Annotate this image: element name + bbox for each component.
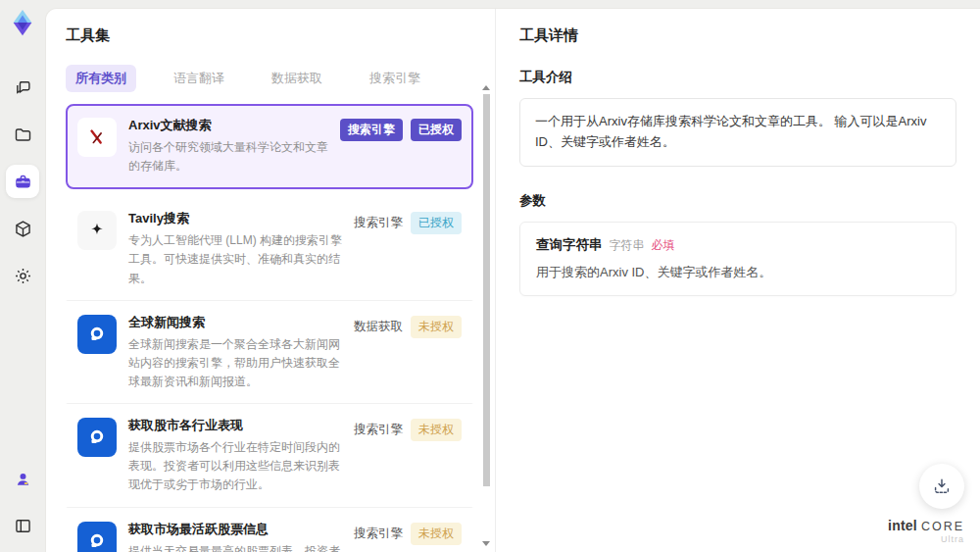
arxiv-icon: [77, 118, 117, 157]
param-type: 字符串: [610, 237, 645, 254]
param-card: 查询字符串 字符串 必填 用于搜索的Arxiv ID、关键字或作者姓名。: [519, 222, 956, 296]
tool-name: Tavily搜索: [128, 211, 344, 227]
tool-detail-panel: 工具详情 工具介绍 一个用于从Arxiv存储库搜索科学论文和文章的工具。 输入可…: [495, 9, 980, 552]
chat-icon[interactable]: [6, 71, 39, 104]
tool-card-sector-performance[interactable]: 获取股市各行业表现 提供股票市场各个行业在特定时间段内的表现。投资者可以利用这些…: [66, 404, 473, 507]
auth-badge: 未授权: [411, 523, 462, 545]
tab-data-fetch[interactable]: 数据获取: [262, 65, 332, 92]
settings-icon[interactable]: [6, 259, 39, 292]
param-required-flag: 必填: [652, 237, 675, 254]
tool-desc: 提供当天交易量最高的股票列表。投资者可以利用这些信息来识别流动性强的股票和潜在的…: [128, 542, 344, 552]
auth-badge: 未授权: [411, 419, 462, 441]
news-q-icon: [77, 522, 117, 552]
tool-card-global-news[interactable]: 全球新闻搜索 全球新闻搜索是一个聚合全球各大新闻网站内容的搜索引擎，帮助用户快速…: [66, 301, 473, 404]
left-rail: [0, 0, 45, 552]
tool-name: 获取股市各行业表现: [128, 418, 344, 434]
avatar-icon[interactable]: [6, 462, 39, 495]
page-title: 工具集: [66, 26, 495, 45]
tool-list-panel: 工具集 所有类别 语言翻译 数据获取 搜索引擎 Arxiv文献搜索 访问各个研究…: [46, 9, 495, 552]
tool-card-tavily[interactable]: Tavily搜索 专为人工智能代理 (LLM) 构建的搜索引擎工具。可快速提供实…: [66, 197, 473, 300]
tool-name: 获取市场最活跃股票信息: [128, 522, 344, 538]
category-badge: 搜索引擎: [340, 119, 403, 141]
news-q-icon: [77, 418, 117, 457]
intel-core-logo: intel CORE Ultra: [888, 519, 964, 545]
download-button[interactable]: [919, 464, 964, 509]
folder-icon[interactable]: [6, 118, 39, 151]
tool-desc: 提供股票市场各个行业在特定时间段内的表现。投资者可以利用这些信息来识别表现优于或…: [128, 438, 344, 495]
auth-badge: 已授权: [411, 119, 462, 141]
param-name: 查询字符串: [536, 236, 603, 254]
news-q-icon: [77, 315, 117, 354]
param-desc: 用于搜索的Arxiv ID、关键字或作者姓名。: [536, 264, 940, 281]
sparkle-icon: [77, 211, 117, 250]
category-label: 搜索引擎: [354, 419, 403, 441]
category-tabs: 所有类别 语言翻译 数据获取 搜索引擎: [66, 65, 495, 92]
tab-all-categories[interactable]: 所有类别: [66, 65, 136, 92]
tool-desc: 专为人工智能代理 (LLM) 构建的搜索引擎工具。可快速提供实时、准确和真实的结…: [128, 231, 344, 288]
category-label: 搜索引擎: [354, 212, 403, 234]
main-card: 工具集 所有类别 语言翻译 数据获取 搜索引擎 Arxiv文献搜索 访问各个研究…: [45, 8, 980, 552]
tool-desc: 访问各个研究领域大量科学论文和文章的存储库。: [128, 138, 330, 176]
tool-name: 全球新闻搜索: [128, 315, 344, 331]
category-label: 数据获取: [354, 316, 403, 338]
panel-toggle-icon[interactable]: [6, 509, 39, 542]
tab-search-engine[interactable]: 搜索引擎: [360, 65, 430, 92]
scroll-down-arrow[interactable]: [482, 541, 490, 546]
toolbox-icon[interactable]: [6, 165, 39, 198]
tab-language-translation[interactable]: 语言翻译: [164, 65, 234, 92]
cube-icon[interactable]: [6, 212, 39, 245]
scroll-up-arrow[interactable]: [482, 85, 490, 90]
tool-card-most-active-stocks[interactable]: 获取市场最活跃股票信息 提供当天交易量最高的股票列表。投资者可以利用这些信息来识…: [66, 508, 473, 552]
auth-badge: 已授权: [411, 212, 462, 234]
intro-text: 一个用于从Arxiv存储库搜索科学论文和文章的工具。 输入可以是Arxiv ID…: [519, 98, 956, 167]
auth-badge: 未授权: [411, 316, 462, 338]
app-logo: [8, 8, 37, 37]
category-label: 搜索引擎: [354, 523, 403, 545]
ultra-logo-text: Ultra: [888, 535, 964, 544]
intro-heading: 工具介绍: [519, 69, 956, 86]
scrollbar-thumb[interactable]: [483, 94, 490, 486]
tool-card-arxiv[interactable]: Arxiv文献搜索 访问各个研究领域大量科学论文和文章的存储库。 搜索引擎 已授…: [66, 104, 473, 189]
tool-list: Arxiv文献搜索 访问各个研究领域大量科学论文和文章的存储库。 搜索引擎 已授…: [66, 104, 495, 552]
tool-name: Arxiv文献搜索: [128, 118, 330, 134]
tool-desc: 全球新闻搜索是一个聚合全球各大新闻网站内容的搜索引擎，帮助用户快速获取全球最新资…: [128, 335, 344, 392]
core-logo-text: CORE: [921, 521, 964, 533]
intel-logo-text: intel: [888, 519, 917, 532]
list-scrollbar[interactable]: [481, 85, 491, 546]
detail-title: 工具详情: [519, 26, 956, 45]
params-heading: 参数: [519, 192, 956, 210]
